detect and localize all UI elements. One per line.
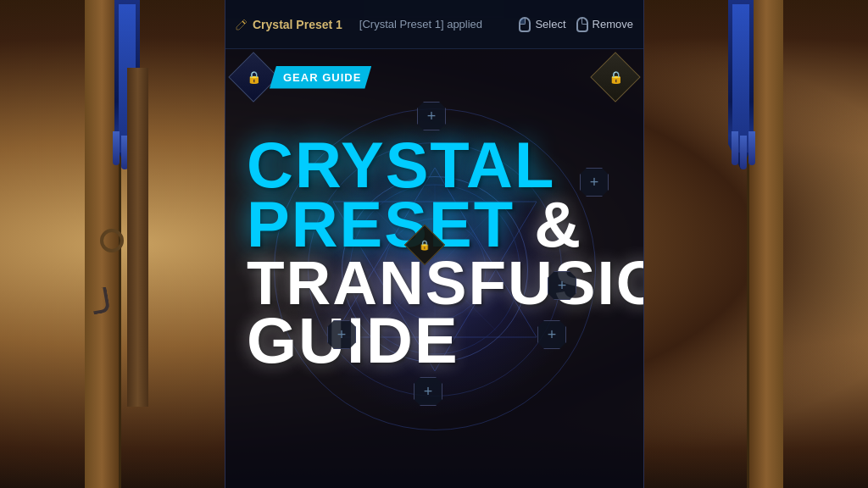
- tassel-right-3: [732, 131, 738, 165]
- slot-top-center[interactable]: [417, 102, 446, 130]
- remove-label: Remove: [593, 18, 633, 30]
- slot-bottom-center[interactable]: [414, 377, 442, 406]
- rune-svg: [299, 134, 570, 405]
- tassel-left-3: [130, 131, 136, 165]
- tassel-right-1: [748, 131, 755, 165]
- select-button[interactable]: Select: [519, 17, 565, 32]
- left-structure: [0, 0, 220, 488]
- top-bar: Crystal Preset 1 [Crystal Preset 1] appl…: [225, 0, 643, 49]
- gear-guide-label: GEAR GUIDE: [270, 66, 371, 89]
- right-click-icon: [576, 17, 588, 32]
- ring: [100, 229, 124, 252]
- preset-name-label: Crystal Preset 1: [253, 18, 342, 31]
- hook: [90, 286, 111, 314]
- left-click-icon: [519, 17, 531, 32]
- right-structure: [648, 0, 868, 488]
- main-panel: Crystal Preset 1 [Crystal Preset 1] appl…: [225, 0, 644, 488]
- top-bar-right: Select Remove: [519, 17, 633, 32]
- preset-name-container[interactable]: Crystal Preset 1: [236, 18, 342, 31]
- tassel-left-2: [121, 136, 128, 169]
- tassel-right-2: [740, 136, 747, 169]
- pencil-icon: [236, 19, 248, 30]
- select-label: Select: [535, 18, 565, 30]
- slot-center-right[interactable]: [548, 271, 576, 300]
- slot-mid-right[interactable]: [580, 168, 609, 197]
- slot-lower-mid-right[interactable]: [537, 320, 566, 349]
- slot-lower-left[interactable]: [327, 320, 356, 349]
- tassel-left-1: [113, 131, 120, 165]
- applied-status: [Crystal Preset 1] applied: [359, 18, 503, 30]
- gear-guide-diamond: [228, 52, 278, 102]
- gear-guide-button[interactable]: GEAR GUIDE: [236, 59, 371, 95]
- remove-button[interactable]: Remove: [576, 17, 633, 32]
